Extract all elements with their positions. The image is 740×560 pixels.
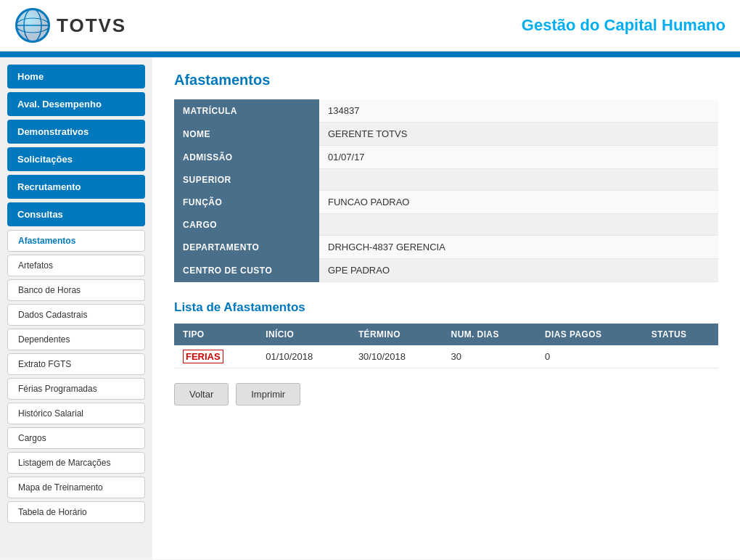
info-label: CARGO bbox=[174, 214, 319, 236]
list-column-header: STATUS bbox=[643, 324, 718, 345]
sidebar-sub-ferias-programadas[interactable]: Férias Programadas bbox=[7, 378, 145, 400]
list-column-header: TIPO bbox=[174, 324, 257, 345]
sidebar: Home Aval. Desempenho Demonstrativos Sol… bbox=[0, 57, 152, 559]
info-row: CARGO bbox=[174, 214, 718, 236]
sidebar-btn-aval-desempenho[interactable]: Aval. Desempenho bbox=[7, 92, 145, 116]
list-column-header: NUM. DIAS bbox=[443, 324, 536, 345]
list-cell: 30 bbox=[443, 345, 536, 368]
sidebar-btn-demonstrativos[interactable]: Demonstrativos bbox=[7, 120, 145, 144]
list-column-header: DIAS PAGOS bbox=[536, 324, 643, 345]
info-label: SUPERIOR bbox=[174, 169, 319, 191]
sidebar-sub-mapa-de-treinamento[interactable]: Mapa de Treinamento bbox=[7, 477, 145, 498]
table-row: FERIAS01/10/201830/10/2018300 bbox=[174, 345, 718, 368]
ferias-link[interactable]: FERIAS bbox=[183, 350, 223, 363]
action-buttons: Voltar Imprimir bbox=[174, 383, 718, 405]
sidebar-sub-artefatos[interactable]: Artefatos bbox=[7, 255, 145, 276]
content-area: Afastamentos MATRÍCULA134837NOMEGERENTE … bbox=[152, 57, 740, 559]
list-column-header: TÉRMINO bbox=[350, 324, 443, 345]
info-row: MATRÍCULA134837 bbox=[174, 99, 718, 123]
info-row: FUNÇÃOFUNCAO PADRAO bbox=[174, 191, 718, 214]
info-value: 01/07/17 bbox=[319, 146, 718, 169]
info-row: DEPARTAMENTODRHGCH-4837 GERENCIA bbox=[174, 236, 718, 259]
sidebar-sub-cargos[interactable]: Cargos bbox=[7, 427, 145, 449]
list-cell: 30/10/2018 bbox=[350, 345, 443, 368]
info-label: CENTRO DE CUSTO bbox=[174, 259, 319, 282]
sidebar-btn-recrutamento[interactable]: Recrutamento bbox=[7, 175, 145, 199]
info-value bbox=[319, 214, 718, 236]
sidebar-sub-dados-cadastrais[interactable]: Dados Cadastrais bbox=[7, 304, 145, 326]
sidebar-btn-home[interactable]: Home bbox=[7, 65, 145, 88]
list-section-title: Lista de Afastamentos bbox=[174, 300, 718, 315]
info-row: ADMISSÃO01/07/17 bbox=[174, 146, 718, 169]
list-cell: 0 bbox=[536, 345, 643, 368]
logo-container: TOTVS bbox=[15, 7, 126, 44]
info-label: NOME bbox=[174, 123, 319, 146]
sidebar-sub-listagem-de-marcacoes[interactable]: Listagem de Marcações bbox=[7, 452, 145, 474]
info-row: NOMEGERENTE TOTVS bbox=[174, 123, 718, 146]
info-value: GERENTE TOTVS bbox=[319, 123, 718, 146]
info-value: DRHGCH-4837 GERENCIA bbox=[319, 236, 718, 259]
logo-icon bbox=[15, 7, 51, 44]
list-table: TIPOINÍCIOTÉRMINONUM. DIASDIAS PAGOSSTAT… bbox=[174, 324, 718, 368]
header-bar bbox=[0, 52, 740, 57]
info-value bbox=[319, 169, 718, 191]
sidebar-btn-consultas[interactable]: Consultas bbox=[7, 202, 145, 226]
sidebar-sub-banco-de-horas[interactable]: Banco de Horas bbox=[7, 279, 145, 301]
info-value: GPE PADRAO bbox=[319, 259, 718, 282]
info-label: DEPARTAMENTO bbox=[174, 236, 319, 259]
list-cell-tipo: FERIAS bbox=[174, 345, 257, 368]
info-label: FUNÇÃO bbox=[174, 191, 319, 214]
list-column-header: INÍCIO bbox=[257, 324, 350, 345]
info-value: 134837 bbox=[319, 99, 718, 123]
sidebar-sub-historico-salarial[interactable]: Histórico Salarial bbox=[7, 403, 145, 424]
list-cell bbox=[643, 345, 718, 368]
sidebar-btn-solicitacoes[interactable]: Solicitações bbox=[7, 147, 145, 171]
info-label: ADMISSÃO bbox=[174, 146, 319, 169]
info-row: SUPERIOR bbox=[174, 169, 718, 191]
sidebar-sub-tabela-de-horario[interactable]: Tabela de Horário bbox=[7, 501, 145, 523]
page-title: Afastamentos bbox=[174, 72, 718, 88]
info-value: FUNCAO PADRAO bbox=[319, 191, 718, 214]
header: TOTVS Gestão do Capital Humano bbox=[0, 0, 740, 52]
voltar-button[interactable]: Voltar bbox=[174, 383, 229, 405]
list-cell: 01/10/2018 bbox=[257, 345, 350, 368]
main-layout: Home Aval. Desempenho Demonstrativos Sol… bbox=[0, 57, 740, 559]
header-title: Gestão do Capital Humano bbox=[522, 16, 725, 35]
info-label: MATRÍCULA bbox=[174, 99, 319, 123]
sidebar-sub-afastamentos[interactable]: Afastamentos bbox=[7, 230, 145, 252]
info-row: CENTRO DE CUSTOGPE PADRAO bbox=[174, 259, 718, 282]
logo-text: TOTVS bbox=[57, 15, 126, 37]
imprimir-button[interactable]: Imprimir bbox=[236, 383, 300, 405]
sidebar-sub-extrato-fgts[interactable]: Extrato FGTS bbox=[7, 353, 145, 375]
sidebar-sub-dependentes[interactable]: Dependentes bbox=[7, 329, 145, 350]
info-table: MATRÍCULA134837NOMEGERENTE TOTVSADMISSÃO… bbox=[174, 99, 718, 282]
